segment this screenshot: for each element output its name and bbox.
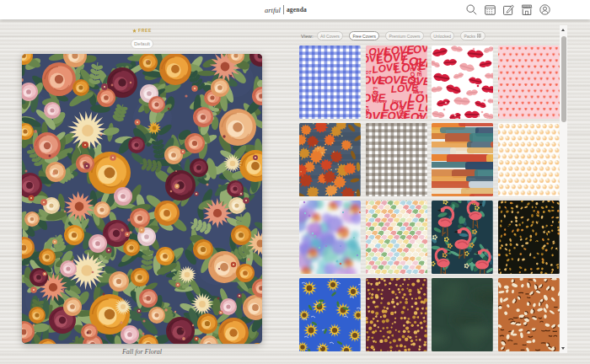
svg-text:LOVE: LOVE [416, 115, 425, 119]
